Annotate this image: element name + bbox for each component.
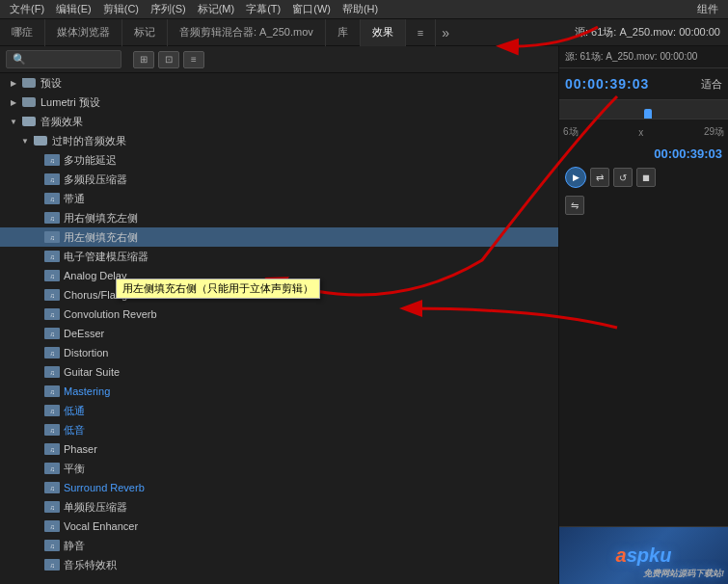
tree-item-bass[interactable]: 低音 (0, 420, 558, 439)
ctrl-btn-extra[interactable]: ⇋ (565, 196, 584, 215)
effect-icon-6 (44, 251, 60, 262)
arrow-empty-5 (31, 231, 42, 243)
tab-nazheng[interactable]: 哪症 (0, 19, 45, 46)
tab-right-label: 源: 61场: A_250.mov: 00:00:00 (575, 25, 728, 40)
menu-help[interactable]: 帮助(H) (337, 2, 384, 16)
tree-item-fill-left[interactable]: 用右侧填充左侧 (0, 208, 558, 227)
arrow-empty-16 (31, 443, 42, 455)
tree-item-bandpass[interactable]: 带通 (0, 189, 558, 208)
tree-item-multifunction-delay[interactable]: 多功能延迟 (0, 150, 558, 170)
tab-effects[interactable]: 效果 (361, 19, 406, 46)
search-input[interactable] (30, 54, 117, 66)
tab-library[interactable]: 库 (326, 19, 361, 46)
effect-icon-9 (44, 308, 60, 320)
ctrl-btn-1[interactable]: ⇄ (590, 168, 609, 187)
tree-item-audio-effects[interactable]: 音频效果 (0, 112, 558, 131)
tree-item-deesser[interactable]: DeEsser (0, 324, 558, 343)
playhead[interactable] (644, 109, 652, 119)
effects-panel: 🔍 ⊞ ⊡ ≡ 预设 Lumetri 预设 (0, 46, 559, 584)
view-options-btn[interactable]: ≡ (183, 51, 204, 68)
effect-icon-21 (44, 540, 60, 551)
tree-item-surround-reverb[interactable]: Surround Reverb (0, 478, 558, 497)
effect-icon-8 (44, 289, 60, 301)
arrow-empty-4 (31, 212, 42, 224)
tree-item-music-fx[interactable]: 音乐特效积 (0, 555, 558, 574)
main-layout: 🔍 ⊞ ⊡ ≡ 预设 Lumetri 预设 (0, 46, 728, 584)
menu-bar: 文件(F) 编辑(E) 剪辑(C) 序列(S) 标记(M) 字幕(T) 窗口(W… (0, 0, 728, 19)
menu-marker[interactable]: 标记(M) (192, 2, 241, 16)
tab-audio-mixer[interactable]: 音频剪辑混合器: A_250.mov (168, 19, 326, 46)
arrow-empty-17 (31, 463, 42, 474)
arrow-obsolete (19, 135, 31, 146)
arrow-empty-15 (31, 424, 42, 436)
menu-edit[interactable]: 编辑(E) (50, 2, 97, 16)
effect-icon-4 (44, 212, 60, 224)
tab-more-btn[interactable]: » (436, 25, 455, 40)
arrow-empty-19 (31, 501, 42, 513)
menu-sequence[interactable]: 序列(S) (145, 2, 192, 16)
tree-item-distortion[interactable]: Distortion (0, 343, 558, 362)
label-mute: 静音 (64, 539, 85, 553)
label-fill-right: 用左侧填充右侧 (64, 230, 138, 245)
folder-icon-preset (21, 77, 37, 89)
label-obsolete: 过时的音频效果 (52, 134, 126, 148)
search-bar: 🔍 ⊞ ⊡ ≡ (0, 46, 558, 73)
effect-icon-3 (44, 193, 60, 204)
toolbar-icons: ⊞ ⊡ ≡ (133, 51, 204, 68)
arrow-preset (8, 77, 19, 89)
source-label: 源: 61场: A_250.mov: 00:00:00 (559, 46, 728, 68)
scene-label: 6场 (563, 125, 579, 139)
menu-window[interactable]: 窗口(W) (286, 2, 337, 16)
tree-item-mute[interactable]: 静音 (0, 536, 558, 555)
tree-item-balance[interactable]: 平衡 (0, 459, 558, 478)
arrow-empty-21 (31, 540, 42, 551)
label-multifunction-delay: 多功能延迟 (64, 153, 117, 168)
arrow-empty-13 (31, 385, 42, 397)
arrow-empty-10 (31, 328, 42, 339)
tree-item-convolution[interactable]: Convolution Reverb (0, 305, 558, 324)
tree-item-tube-comp[interactable]: 电子管建模压缩器 (0, 247, 558, 266)
tree-item-vocal-enhancer[interactable]: Vocal Enhancer (0, 517, 558, 536)
timecode-display: 00:00:39:03 (565, 76, 649, 92)
view-grid-btn[interactable]: ⊞ (133, 51, 154, 68)
effect-icon-18 (44, 482, 60, 493)
arrow-empty-11 (31, 347, 42, 358)
menu-clip[interactable]: 剪辑(C) (97, 2, 145, 16)
tree-item-fill-right[interactable]: 用左侧填充右侧 (0, 227, 558, 247)
arrow-empty-7 (31, 270, 42, 281)
timeline-ruler[interactable] (559, 100, 728, 119)
watermark-sp: spku (627, 544, 672, 566)
tab-media-browser[interactable]: 媒体浏览器 (45, 19, 122, 46)
tree-item-multiband-comp[interactable]: 多频段压缩器 (0, 170, 558, 189)
label-balance: 平衡 (64, 462, 85, 476)
fit-label: 适合 (701, 77, 722, 92)
tab-menu-icon[interactable]: ≡ (406, 19, 436, 46)
tree-item-preset[interactable]: 预设 (0, 73, 558, 93)
tab-marker[interactable]: 标记 (122, 19, 168, 46)
tree-item-single-comp[interactable]: 单频段压缩器 (0, 497, 558, 517)
label-music-fx: 音乐特效积 (64, 558, 117, 572)
effect-icon-11 (44, 347, 60, 358)
arrow-empty-8 (31, 289, 42, 301)
mini-timeline: 6场 x 29场 (559, 119, 728, 145)
tree-item-mastering[interactable]: Mastering (0, 382, 558, 401)
arrow-empty-18 (31, 482, 42, 493)
view-list-btn[interactable]: ⊡ (158, 51, 179, 68)
menu-file[interactable]: 文件(F) (4, 2, 50, 16)
label-lumetri: Lumetri 预设 (40, 95, 100, 110)
ctrl-btn-2[interactable]: ↺ (613, 168, 633, 187)
label-bandpass: 带通 (64, 192, 85, 206)
play-button[interactable]: ▶ (565, 167, 586, 188)
ctrl-btn-3[interactable]: ⏹ (636, 168, 656, 187)
tree-item-lumetri[interactable]: Lumetri 预设 (0, 93, 558, 112)
tree-item-phaser[interactable]: Phaser (0, 439, 558, 459)
tree-item-lowpass[interactable]: 低通 (0, 401, 558, 420)
tooltip-popup: 用左侧填充右侧（只能用于立体声剪辑） (116, 279, 320, 299)
label-audio-effects: 音频效果 (40, 115, 83, 129)
arrow-empty-3 (31, 193, 42, 204)
arrow-empty-1 (31, 154, 42, 166)
tree-item-guitar-suite[interactable]: Guitar Suite (0, 362, 558, 382)
tree-item-obsolete[interactable]: 过时的音频效果 (0, 131, 558, 150)
search-wrap[interactable]: 🔍 (6, 50, 121, 68)
menu-title[interactable]: 字幕(T) (240, 2, 286, 16)
